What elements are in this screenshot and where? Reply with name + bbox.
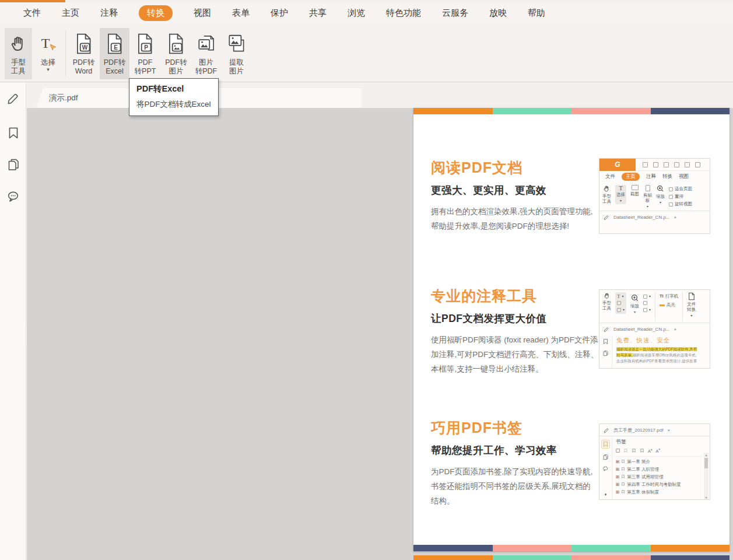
page-icon: [685, 162, 690, 167]
section-subheading: 帮助您提升工作、学习效率: [431, 443, 607, 457]
menu-bar: 文件 主页 注释 转换 视图 表单 保护 共享 浏览 特色功能 云服务 放映 帮…: [0, 2, 733, 23]
pdf-to-image-label: PDF转 图片: [165, 58, 187, 76]
pdf-to-excel-button[interactable]: E PDF转 Excel: [100, 28, 129, 79]
menu-file[interactable]: 文件: [23, 8, 41, 19]
mini-tab-row: 文件 主页 注释 转换 视图: [599, 171, 710, 183]
mini-doc-tab-bar: Datasheet_Reader_CN.p... ×: [599, 211, 710, 223]
tooltip-title: PDF转Excel: [136, 83, 211, 94]
menu-share[interactable]: 共享: [309, 8, 327, 19]
tooltip-description: 将PDF文档转成Excel: [136, 99, 211, 110]
mini-side-rail: [599, 335, 612, 368]
menu-comment[interactable]: 注释: [100, 8, 118, 19]
menu-view[interactable]: 视图: [194, 8, 211, 19]
foxit-logo: G: [599, 159, 636, 171]
mini-toolbar: 手型 工具 T选择▾ 截图 剪贴 板▾ 缩放▾ 适合页面 重排 旋转视图: [599, 183, 710, 211]
screenshot-annotation-ui: 手型 工具 T▾ ▾ 缩放▾ ▾ ▾ TI打字机 高亮 文件: [599, 289, 710, 369]
hand-tool-label: 手型 工具: [11, 58, 26, 76]
bookmarks-panel-icon[interactable]: [6, 126, 20, 140]
hand-tool-button[interactable]: 手型 工具: [5, 28, 32, 79]
svg-text:E: E: [114, 44, 118, 51]
next-page-top-stripe: [413, 555, 730, 560]
mini-side-rail: ▾: [599, 436, 612, 499]
pdf-page: 阅读PDF文档 更强大、更实用、更高效 拥有出色的文档渲染效果,强大的页面管理功…: [413, 108, 730, 551]
mini-doc-tab-bar: Datasheet_Reader_CN.p... ×: [599, 323, 710, 335]
mini-doc-tab-bar: 员工手册_20120917.pdf ×: [599, 424, 710, 436]
bookmark-panel-title: 书签: [616, 438, 703, 446]
pdf-to-ppt-icon: P: [135, 30, 156, 57]
mini-content-heading: 免费、快速、安全: [616, 337, 707, 345]
section-heading: 巧用PDF书签: [431, 418, 607, 438]
section-annotation: 专业的注释工具 让PDF文档发挥更大价值 使用福昕PDF阅读器 (foxit r…: [431, 286, 607, 376]
section-body: 为PDF页面添加书签,除了实现内容的快速导航, 书签还能指明不同书签的层级关系,…: [431, 464, 607, 508]
section-subheading: 更强大、更实用、更高效: [431, 183, 607, 197]
print-icon: [664, 162, 669, 167]
pdf-to-ppt-label: PDF 转PPT: [135, 58, 156, 76]
extract-image-button[interactable]: 提取 图片: [222, 28, 251, 79]
pdf-to-image-button[interactable]: PDF转 图片: [162, 28, 191, 79]
ribbon-toolbar: 手型 工具 T 选择 ▾ W PDF转 Word E PDF转 Excel P …: [0, 23, 733, 82]
menu-help[interactable]: 帮助: [528, 8, 545, 19]
section-body: 拥有出色的文档渲染效果,强大的页面管理功能, 帮助提升效率,是您阅读PDF的理想…: [431, 204, 607, 233]
svg-text:T: T: [41, 36, 50, 51]
pdf-to-image-icon: [166, 30, 187, 57]
pdf-to-excel-label: PDF转 Excel: [104, 58, 126, 76]
select-text-icon: T: [38, 30, 58, 57]
page-bottom-stripe: [413, 545, 730, 551]
image-to-pdf-button[interactable]: 图片 转PDF: [192, 28, 220, 79]
pdf-to-excel-tooltip: PDF转Excel 将PDF文档转成Excel: [129, 78, 219, 116]
undo-icon: [695, 162, 700, 167]
section-heading: 专业的注释工具: [431, 286, 607, 306]
left-sidebar: [0, 82, 26, 560]
annotate-pencil-icon[interactable]: [6, 90, 20, 104]
section-bookmarks: 巧用PDF书签 帮助您提升工作、学习效率 为PDF页面添加书签,除了实现内容的快…: [431, 418, 607, 508]
menu-cloud[interactable]: 云服务: [442, 8, 468, 19]
document-view-area: 阅读PDF文档 更强大、更实用、更高效 拥有出色的文档渲染效果,强大的页面管理功…: [27, 108, 733, 560]
image-to-pdf-icon: [196, 30, 217, 57]
extract-image-label: 提取 图片: [229, 58, 244, 76]
pdf-to-ppt-button[interactable]: P PDF 转PPT: [131, 28, 160, 79]
save-icon: [653, 162, 658, 167]
section-read-pdf: 阅读PDF文档 更强大、更实用、更高效 拥有出色的文档渲染效果,强大的页面管理功…: [431, 158, 607, 233]
svg-text:P: P: [144, 44, 148, 51]
menu-browse[interactable]: 浏览: [348, 8, 365, 19]
section-heading: 阅读PDF文档: [431, 158, 607, 177]
section-body: 使用福昕PDF阅读器 (foxit reader) 为PDF文件添 加注释,可对…: [431, 332, 607, 376]
menu-convert[interactable]: 转换: [139, 5, 173, 21]
menu-form[interactable]: 表单: [232, 8, 250, 19]
mini-toolbar: 手型 工具 T▾ ▾ 缩放▾ ▾ ▾ TI打字机 高亮 文件: [599, 290, 710, 323]
quick-access-icons: [643, 162, 700, 167]
extract-image-icon: [226, 30, 247, 57]
screenshot-bookmarks-ui: 员工手册_20120917.pdf × ▾ 书签: [599, 424, 710, 500]
hand-icon: [9, 30, 28, 57]
comments-panel-icon[interactable]: [6, 190, 20, 204]
pdf-to-word-button[interactable]: W PDF转 Word: [69, 28, 99, 79]
menu-home[interactable]: 主页: [62, 8, 79, 19]
mini-scrollbar: ▴ ▾: [704, 453, 709, 499]
page-top-stripe: [413, 108, 730, 114]
export-icon: [674, 162, 679, 167]
select-tool-button[interactable]: T 选择 ▾: [34, 28, 62, 79]
pdf-to-excel-icon: E: [104, 30, 125, 57]
chevron-down-icon: ▾: [47, 67, 50, 72]
pages-panel-icon[interactable]: [6, 158, 20, 172]
select-tool-label: 选择: [41, 58, 55, 67]
section-subheading: 让PDF文档发挥更大价值: [431, 312, 607, 326]
pdf-to-word-label: PDF转 Word: [73, 58, 95, 76]
menu-features[interactable]: 特色功能: [386, 8, 421, 19]
svg-text:W: W: [82, 44, 87, 51]
menu-present[interactable]: 放映: [489, 8, 507, 19]
menu-protect[interactable]: 保护: [271, 8, 288, 19]
pdf-to-word-icon: W: [73, 30, 94, 57]
open-icon: [643, 162, 648, 167]
screenshot-reader-ui: G 文件 主页 注释 转换 视图 手型 工具 T选择▾: [599, 158, 710, 234]
toolbar-separator: [65, 30, 66, 76]
image-to-pdf-label: 图片 转PDF: [195, 58, 218, 76]
